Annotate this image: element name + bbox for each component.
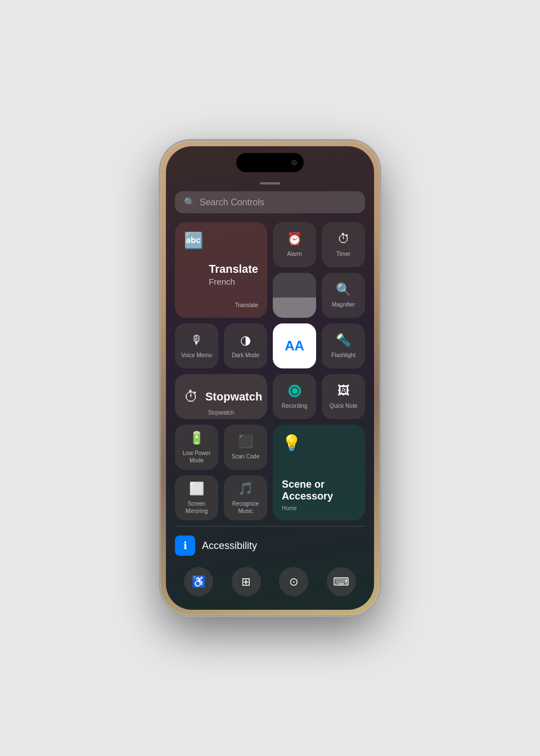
stopwatch-icon: ⏱ (184, 388, 199, 406)
keyboard-icon: ⌨ (333, 575, 349, 588)
voice-memo-icon: 🎙 (191, 334, 203, 346)
scene-label: Home (282, 505, 356, 511)
accessibility-icon: ℹ (175, 536, 195, 556)
quick-note-control[interactable]: 🖼 Quick Note (322, 374, 365, 419)
recognize-music-icon: 🎵 (238, 483, 253, 495)
voice-memo-label: Voice Memo (181, 352, 212, 359)
translate-label: Translate (235, 302, 258, 309)
grid-bottom-icon[interactable]: ⊞ (232, 567, 261, 596)
scene-control[interactable]: 💡 Scene or Accessory Home (273, 425, 365, 520)
drag-indicator (260, 182, 280, 184)
screen-mirroring-label: Screen Mirroring (178, 500, 215, 515)
magnifier-control[interactable]: 🔍 Magnifier (322, 273, 365, 318)
magnifier-icon: 🔍 (336, 284, 351, 296)
stopwatch-label: Stopwatch (208, 410, 235, 416)
grid-icon: ⊞ (241, 575, 251, 588)
accessibility-label: Accessibility (202, 540, 257, 552)
scene-text-block: Scene or Accessory Home (282, 479, 356, 511)
controls-grid: 🔤 Translate French Translate ⏰ Alarm ⏱ (175, 222, 365, 520)
scan-code-control[interactable]: ⬛ Scan Code (224, 425, 267, 470)
translate-text-block: Translate French (209, 263, 258, 286)
camera-dot (291, 160, 297, 165)
search-bar[interactable]: 🔍 Search Controls (175, 191, 365, 213)
alarm-label: Alarm (287, 250, 302, 258)
person-icon: ♿ (192, 575, 206, 588)
stopwatch-text: Stopwatch (205, 390, 262, 403)
magnifier-label: Magnifier (332, 301, 355, 308)
scan-code-icon: ⬛ (238, 435, 253, 448)
screen-content: 🔍 Search Controls 🔤 Translate French Tra… (166, 178, 374, 610)
search-icon: 🔍 (184, 197, 195, 208)
flashlight-label: Flashlight (331, 352, 356, 359)
dynamic-island (236, 153, 304, 172)
phone-frame: 🔍 Search Controls 🔤 Translate French Tra… (160, 141, 380, 615)
recording-icon (289, 385, 301, 397)
translate-title: Translate (209, 263, 258, 276)
brightness-slider[interactable] (273, 273, 316, 318)
dark-mode-control[interactable]: ◑ Dark Mode (224, 323, 267, 368)
accessibility-row[interactable]: ℹ Accessibility (175, 533, 365, 562)
dark-mode-label: Dark Mode (232, 352, 259, 359)
low-power-icon: 🔋 (189, 432, 204, 444)
accessibility-bottom-icon[interactable]: ♿ (184, 567, 213, 596)
screen-mirroring-control[interactable]: ⬜ Screen Mirroring (175, 475, 218, 520)
alarm-control[interactable]: ⏰ Alarm (273, 222, 316, 267)
timer-icon: ⏱ (338, 233, 350, 245)
alarm-icon: ⏰ (287, 233, 302, 245)
low-power-label: Low Power Mode (178, 449, 215, 464)
scene-title: Scene or Accessory (282, 479, 356, 503)
translate-control[interactable]: 🔤 Translate French Translate (175, 222, 267, 318)
scene-icon: 💡 (282, 434, 302, 452)
quick-note-icon: 🖼 (338, 385, 350, 397)
flashlight-icon: 🔦 (336, 334, 351, 346)
recording-label: Recording (282, 402, 308, 410)
flashlight-control[interactable]: 🔦 Flashlight (322, 323, 365, 368)
voice-memo-control[interactable]: 🎙 Voice Memo (175, 323, 218, 368)
low-power-control[interactable]: 🔋 Low Power Mode (175, 425, 218, 470)
lock-bottom-icon[interactable]: ⊙ (279, 567, 308, 596)
translate-icon: 🔤 (184, 231, 204, 250)
divider (175, 526, 365, 526)
recording-control[interactable]: Recording (273, 374, 316, 419)
translate-subtitle: French (209, 277, 258, 286)
timer-label: Timer (336, 250, 350, 258)
phone-screen: 🔍 Search Controls 🔤 Translate French Tra… (166, 146, 374, 610)
keyboard-bottom-icon[interactable]: ⌨ (327, 567, 356, 596)
scan-code-label: Scan Code (232, 453, 259, 460)
lock-icon: ⊙ (289, 575, 299, 588)
recognize-music-control[interactable]: 🎵 Recognize Music (224, 475, 267, 520)
bottom-icons-row: ♿ ⊞ ⊙ ⌨ (175, 562, 365, 598)
slider-fill (273, 298, 316, 318)
quick-note-label: Quick Note (330, 402, 357, 410)
search-placeholder: Search Controls (200, 197, 264, 208)
timer-control[interactable]: ⏱ Timer (322, 222, 365, 267)
recognize-music-label: Recognize Music (227, 500, 264, 515)
text-size-control[interactable]: AA (273, 323, 316, 368)
stopwatch-control[interactable]: ⏱ Stopwatch Stopwatch (175, 374, 267, 419)
text-size-icon: AA (285, 339, 304, 353)
dark-mode-icon: ◑ (240, 334, 251, 346)
screen-mirroring-icon: ⬜ (189, 483, 204, 495)
